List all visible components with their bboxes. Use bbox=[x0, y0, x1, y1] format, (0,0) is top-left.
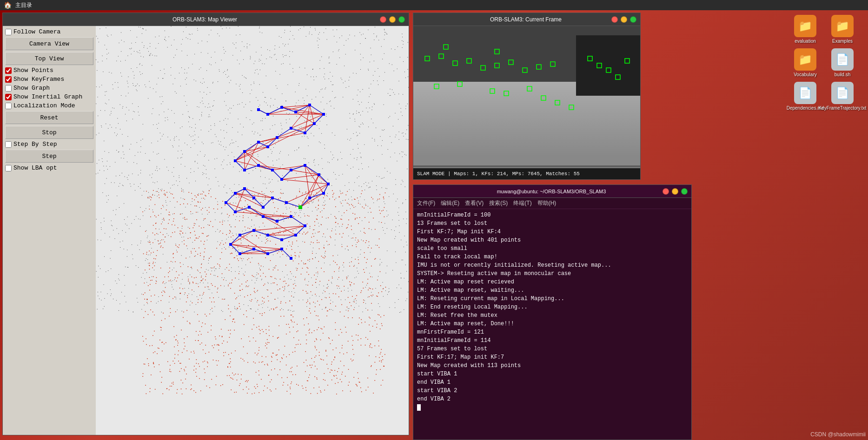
camera-view-button[interactable]: Camera View bbox=[5, 37, 93, 50]
csdn-watermark: CSDN @shadowmimii bbox=[810, 431, 866, 438]
localization-mode-input[interactable] bbox=[5, 103, 12, 109]
current-frame-window: ORB-SLAM3: Current Frame SLAM MODE | Map… bbox=[413, 13, 641, 180]
current-frame-title: ORB-SLAM3: Current Frame bbox=[440, 16, 611, 23]
reset-button[interactable]: Reset bbox=[5, 111, 93, 124]
show-inertial-graph-label: Show Inertial Graph bbox=[13, 93, 82, 100]
show-inertial-graph-checkbox[interactable]: Show Inertial Graph bbox=[5, 93, 93, 100]
stop-button[interactable]: Stop bbox=[5, 126, 93, 139]
terminal-line: mnFirstFrameId = 121 bbox=[417, 328, 688, 336]
map-canvas[interactable] bbox=[96, 26, 409, 435]
desktop-icon-vocabulary[interactable]: 📁 Vocabulary bbox=[789, 48, 822, 77]
vocabulary-icon: 📁 bbox=[794, 48, 816, 71]
terminal-line: start VIBA 2 bbox=[417, 387, 688, 395]
menu-file[interactable]: 文件(F) bbox=[417, 199, 435, 207]
show-keyframes-checkbox[interactable]: Show KeyFrames bbox=[5, 76, 93, 83]
menu-view[interactable]: 查看(V) bbox=[465, 199, 484, 207]
follow-camera-checkbox[interactable]: Follow Camera bbox=[5, 28, 93, 35]
terminal-maximize-button[interactable] bbox=[681, 188, 688, 195]
evaluation-label: evaluation bbox=[795, 39, 816, 44]
home-icon[interactable]: 🏠 bbox=[4, 1, 12, 9]
show-points-input[interactable] bbox=[5, 67, 12, 74]
show-graph-input[interactable] bbox=[5, 85, 12, 92]
terminal-line: mnInitialFrameId = 100 bbox=[417, 211, 688, 219]
terminal-minimize-button[interactable] bbox=[672, 188, 678, 195]
terminal-line: 57 Frames set to lost bbox=[417, 345, 688, 353]
desktop-icon-evaluation[interactable]: 📁 evaluation bbox=[789, 15, 822, 44]
menu-terminal[interactable]: 终端(T) bbox=[513, 199, 531, 207]
terminal-line: LM: Active map reset recieved bbox=[417, 278, 688, 286]
terminal-line: end VIBA 2 bbox=[417, 395, 688, 403]
show-lba-opt-checkbox[interactable]: Show LBA opt bbox=[5, 164, 93, 171]
frame-visualization bbox=[413, 26, 640, 167]
build-sh-label: build.sh bbox=[835, 72, 850, 77]
top-view-button[interactable]: Top View bbox=[5, 52, 93, 65]
show-lba-opt-input[interactable] bbox=[5, 165, 12, 171]
taskbar: 🏠 主目录 bbox=[0, 0, 868, 10]
terminal-body[interactable]: mnInitialFrameId = 10013 Frames set to l… bbox=[413, 209, 691, 440]
terminal-titlebar: muwang@ubuntu: ~/ORB-SLAM3/ORB_SLAM3 bbox=[413, 185, 691, 198]
terminal-close-button[interactable] bbox=[663, 188, 669, 195]
show-graph-checkbox[interactable]: Show Graph bbox=[5, 85, 93, 92]
desktop: 📁 evaluation 📁 Examples 📁 Vocabulary 📄 b… bbox=[0, 10, 868, 440]
terminal-line: end VIBA 1 bbox=[417, 378, 688, 387]
current-frame-controls bbox=[611, 16, 636, 23]
icon-row-2: 📁 Vocabulary 📄 build.sh bbox=[789, 48, 863, 77]
desktop-icon-keyframe-trajectory[interactable]: 📄 KeyFrameTrajectory.txt bbox=[826, 82, 859, 111]
terminal-line: LM: Reset free the mutex bbox=[417, 311, 688, 320]
step-by-step-label: Step By Step bbox=[13, 141, 57, 148]
terminal-line: First KF:7; Map init KF:4 bbox=[417, 228, 688, 236]
step-by-step-input[interactable] bbox=[5, 141, 12, 148]
terminal-line: New Map created with 113 points bbox=[417, 361, 688, 370]
keyframe-trajectory-label: KeyFrameTrajectory.txt bbox=[819, 105, 867, 111]
map-viewer-titlebar: ORB-SLAM3: Map Viewer bbox=[3, 13, 409, 26]
terminal-line: LM: End reseting Local Mapping... bbox=[417, 303, 688, 311]
terminal-line: start VIBA 1 bbox=[417, 370, 688, 378]
show-graph-label: Show Graph bbox=[13, 85, 50, 92]
current-frame-titlebar: ORB-SLAM3: Current Frame bbox=[413, 13, 640, 26]
show-keyframes-label: Show KeyFrames bbox=[13, 76, 64, 83]
frame-status-bar: SLAM MODE | Maps: 1, KFs: 214, MPs: 7645… bbox=[413, 168, 640, 179]
menu-edit[interactable]: 编辑(E) bbox=[441, 199, 459, 207]
follow-camera-label: Follow Camera bbox=[13, 28, 60, 35]
terminal-window: muwang@ubuntu: ~/ORB-SLAM3/ORB_SLAM3 文件(… bbox=[413, 184, 692, 440]
desktop-icons: 📁 evaluation 📁 Examples 📁 Vocabulary 📄 b… bbox=[789, 15, 863, 111]
step-button[interactable]: Step bbox=[5, 150, 93, 163]
desktop-icon-examples[interactable]: 📁 Examples bbox=[826, 15, 859, 44]
terminal-line: LM: Reseting current map in Local Mappin… bbox=[417, 295, 688, 303]
menu-help[interactable]: 帮助(H) bbox=[537, 199, 557, 207]
terminal-line: LM: Active map reset, Done!!! bbox=[417, 320, 688, 328]
build-sh-icon: 📄 bbox=[831, 48, 854, 71]
menu-search[interactable]: 搜索(S) bbox=[489, 199, 508, 207]
follow-camera-input[interactable] bbox=[5, 29, 12, 35]
show-inertial-graph-input[interactable] bbox=[5, 94, 12, 100]
desktop-icon-build-sh[interactable]: 📄 build.sh bbox=[826, 48, 859, 77]
icon-row-3: 📄 Dependencies.md 📄 KeyFrameTrajectory.t… bbox=[789, 82, 863, 111]
show-lba-opt-label: Show LBA opt bbox=[13, 164, 57, 171]
taskbar-title: 主目录 bbox=[15, 1, 32, 9]
maximize-button[interactable] bbox=[398, 16, 405, 23]
terminal-line: IMU is not or recently initialized. Rese… bbox=[417, 261, 688, 269]
show-points-checkbox[interactable]: Show Points bbox=[5, 67, 93, 74]
localization-mode-checkbox[interactable]: Localization Mode bbox=[5, 102, 93, 109]
show-points-label: Show Points bbox=[13, 67, 53, 74]
localization-mode-label: Localization Mode bbox=[13, 102, 75, 109]
frame-close-button[interactable] bbox=[611, 16, 618, 23]
terminal-controls bbox=[663, 188, 688, 195]
minimize-button[interactable] bbox=[389, 16, 396, 23]
terminal-line: LM: Active map reset, waiting... bbox=[417, 286, 688, 295]
step-by-step-checkbox[interactable]: Step By Step bbox=[5, 141, 93, 148]
terminal-menu: 文件(F) 编辑(E) 查看(V) 搜索(S) 终端(T) 帮助(H) bbox=[413, 198, 691, 209]
examples-label: Examples bbox=[832, 39, 853, 44]
terminal-cursor bbox=[417, 404, 421, 411]
left-panel: Follow Camera Camera View Top View Show … bbox=[3, 26, 96, 435]
close-button[interactable] bbox=[380, 16, 386, 23]
show-keyframes-input[interactable] bbox=[5, 76, 12, 83]
desktop-icon-dependencies[interactable]: 📄 Dependencies.md bbox=[789, 82, 822, 111]
map-viewer-title: ORB-SLAM3: Map Viewer bbox=[30, 16, 380, 23]
terminal-line: SYSTEM-> Reseting active map in monocula… bbox=[417, 269, 688, 278]
evaluation-icon: 📁 bbox=[794, 15, 816, 37]
map-viewer-content: Follow Camera Camera View Top View Show … bbox=[3, 26, 409, 435]
terminal-line: New Map created with 401 points bbox=[417, 236, 688, 244]
frame-minimize-button[interactable] bbox=[621, 16, 627, 23]
frame-maximize-button[interactable] bbox=[630, 16, 636, 23]
